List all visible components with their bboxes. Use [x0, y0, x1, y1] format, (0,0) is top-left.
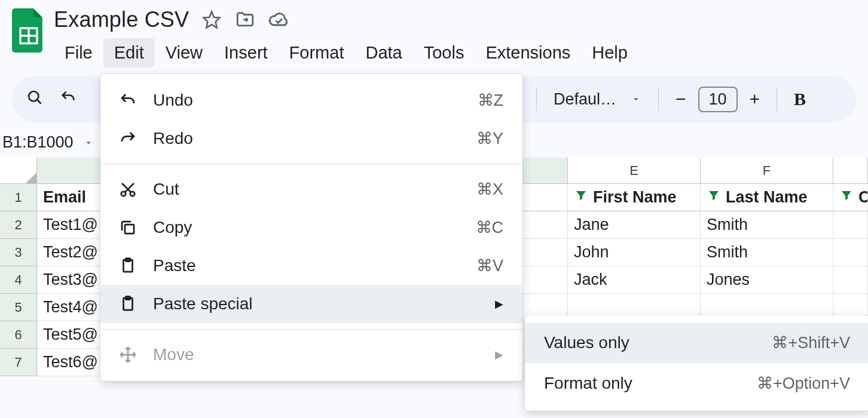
svg-line-5	[38, 100, 41, 103]
cell-text: Jones	[707, 271, 750, 289]
row-header[interactable]: 4	[0, 266, 37, 294]
menu-item-move: Move ▶	[100, 336, 522, 374]
menu-file[interactable]: File	[54, 38, 103, 67]
cloud-saved-icon[interactable]	[268, 9, 289, 30]
bold-button[interactable]: B	[794, 89, 806, 109]
increase-font-button[interactable]: +	[750, 89, 760, 109]
sheets-logo	[12, 8, 45, 53]
search-icon[interactable]	[26, 89, 43, 110]
filter-icon[interactable]	[574, 188, 588, 207]
filter-icon[interactable]	[707, 188, 721, 207]
font-size-control: − 10 +	[676, 87, 760, 112]
menu-help[interactable]: Help	[581, 38, 638, 67]
row-header[interactable]: 2	[0, 211, 37, 239]
move-folder-icon[interactable]	[234, 9, 256, 30]
menu-label: Move	[153, 345, 481, 364]
separator	[536, 87, 537, 111]
menu-tools[interactable]: Tools	[413, 38, 475, 67]
font-family-dropdown[interactable]: Defaul…	[554, 90, 641, 109]
menu-data[interactable]: Data	[354, 38, 412, 67]
menu-format[interactable]: Format	[279, 38, 355, 67]
cell[interactable]: Smith	[701, 211, 833, 239]
paste-icon	[117, 293, 139, 315]
font-family-label: Defaul…	[554, 90, 616, 109]
menu-shortcut: ⌘Z	[478, 91, 504, 110]
menu-view[interactable]: View	[155, 38, 213, 67]
col-header-g[interactable]	[833, 158, 868, 184]
menubar: File Edit View Insert Format Data Tools …	[54, 38, 638, 67]
title-area: Example CSV File Edit View Insert Format…	[54, 7, 638, 67]
cell[interactable]: Smith	[701, 239, 833, 266]
menu-item-undo[interactable]: Undo ⌘Z	[100, 81, 522, 119]
row-header[interactable]: 3	[0, 239, 37, 266]
menu-item-paste-special[interactable]: Paste special ▶	[100, 285, 522, 323]
chevron-right-icon: ▶	[495, 348, 503, 361]
row-header[interactable]: 1	[0, 184, 37, 211]
undo-icon[interactable]	[60, 89, 77, 110]
menu-shortcut: ⌘V	[476, 256, 503, 275]
menu-shortcut: ⌘C	[476, 218, 504, 237]
cell-text: Opt	[858, 188, 868, 207]
edit-menu: Undo ⌘Z Redo ⌘Y Cut ⌘X Copy ⌘C Paste ⌘V …	[100, 74, 522, 381]
menu-shortcut: ⌘+Shift+V	[772, 333, 850, 352]
select-all-corner[interactable]	[0, 158, 37, 184]
cell[interactable]: First Name	[568, 184, 701, 211]
move-icon	[117, 344, 139, 365]
cell-text: John	[574, 243, 609, 262]
menu-edit[interactable]: Edit	[103, 38, 155, 67]
svg-marker-3	[204, 12, 220, 28]
submenu-item-values-only[interactable]: Values only ⌘+Shift+V	[525, 322, 868, 363]
cell-text: Jack	[574, 271, 607, 289]
menu-label: Redo	[153, 129, 462, 148]
menu-insert[interactable]: Insert	[213, 38, 279, 67]
svg-point-6	[121, 192, 126, 196]
cell[interactable]	[833, 266, 868, 294]
cell-text: Test3@	[43, 271, 98, 289]
cell-text: Last Name	[726, 188, 808, 207]
col-header-f[interactable]: F	[701, 158, 833, 184]
paste-special-submenu: Values only ⌘+Shift+V Format only ⌘+Opti…	[525, 315, 868, 411]
menu-label: Format only	[544, 374, 742, 393]
cell[interactable]: Jones	[701, 266, 833, 294]
font-size-value[interactable]: 10	[698, 87, 738, 112]
chevron-right-icon: ▶	[495, 297, 503, 311]
cell-text: Test5@	[43, 325, 98, 344]
cell[interactable]: Last Name	[701, 184, 833, 211]
cell-text: Test6@	[43, 353, 98, 371]
cell-text: Test2@	[43, 243, 98, 262]
menu-label: Cut	[153, 180, 462, 199]
menu-item-cut[interactable]: Cut ⌘X	[100, 170, 522, 208]
copy-icon	[117, 217, 139, 238]
menu-shortcut: ⌘Y	[476, 129, 503, 148]
menu-separator	[100, 164, 522, 164]
paste-icon	[117, 255, 139, 276]
row-header[interactable]: 7	[0, 349, 37, 376]
svg-point-7	[130, 192, 135, 196]
col-header-e[interactable]: E	[568, 158, 701, 184]
menu-item-paste[interactable]: Paste ⌘V	[100, 247, 522, 285]
row-header[interactable]: 5	[0, 294, 37, 321]
menu-extensions[interactable]: Extensions	[475, 38, 581, 67]
svg-point-4	[29, 91, 38, 101]
cell-text: Smith	[707, 243, 748, 262]
name-box[interactable]: B1:B1000	[0, 133, 94, 152]
cell[interactable]	[833, 211, 868, 239]
document-title[interactable]: Example CSV	[54, 7, 189, 32]
decrease-font-button[interactable]: −	[676, 89, 686, 109]
menu-item-copy[interactable]: Copy ⌘C	[100, 208, 522, 247]
menu-label: Paste special	[153, 294, 481, 314]
cell[interactable]	[833, 239, 868, 266]
cell[interactable]: Opt	[833, 184, 868, 211]
cell[interactable]: Jane	[568, 211, 701, 239]
cell-text: Test4@	[43, 298, 98, 316]
cell[interactable]: John	[568, 239, 701, 266]
cell[interactable]: Jack	[568, 266, 701, 294]
svg-rect-10	[125, 225, 134, 233]
menu-item-redo[interactable]: Redo ⌘Y	[100, 119, 522, 158]
separator	[658, 87, 659, 111]
submenu-item-format-only[interactable]: Format only ⌘+Option+V	[525, 363, 868, 404]
redo-icon	[117, 128, 139, 149]
star-icon[interactable]	[201, 9, 222, 30]
row-header[interactable]: 6	[0, 321, 37, 349]
filter-icon[interactable]	[839, 188, 854, 207]
